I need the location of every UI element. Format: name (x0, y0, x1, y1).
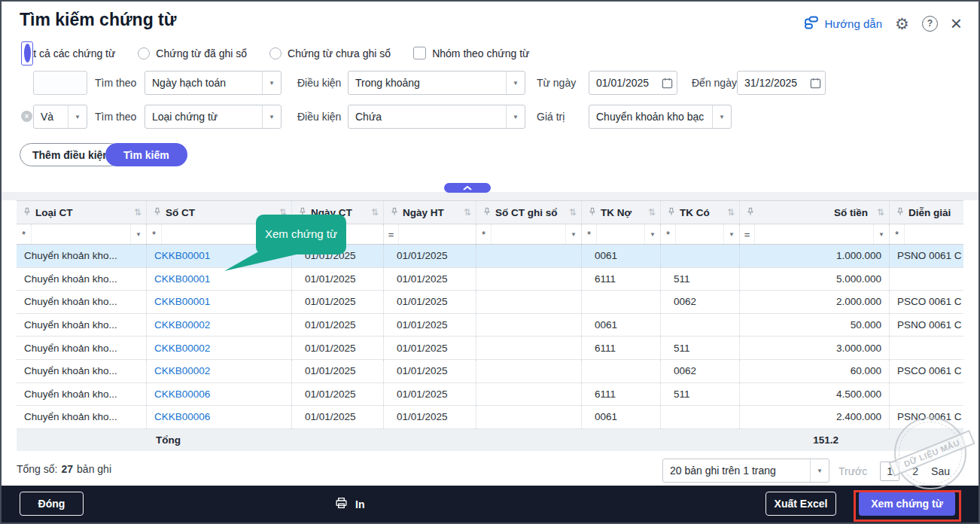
pin-icon[interactable] (668, 207, 675, 218)
radio-posted-documents[interactable]: Chứng từ đã ghi sổ (138, 47, 247, 59)
filter-input[interactable] (491, 224, 565, 244)
view-document-button[interactable]: Xem chứng từ (859, 492, 955, 516)
collapse-panel-button[interactable] (444, 183, 491, 193)
cell-dien-giai: PSNO 0061 C (890, 406, 963, 428)
column-header-3[interactable]: Ngày HT (384, 201, 476, 224)
filter-dropdown-icon[interactable] (873, 224, 889, 244)
cell-so-ct[interactable]: CKKB00001 (147, 291, 292, 313)
pin-icon[interactable] (154, 207, 161, 218)
column-header-8[interactable]: Diễn giải (890, 201, 963, 224)
filter-input[interactable] (675, 224, 723, 244)
table-row[interactable]: Chuyển khoản kho...CKKB0000201/01/202501… (17, 337, 963, 360)
column-filter-8[interactable]: * (890, 224, 963, 244)
search-button[interactable]: Tìm kiếm (105, 143, 187, 166)
cell-dien-giai (890, 268, 963, 291)
filter-dropdown-icon[interactable] (130, 224, 146, 244)
sort-icon[interactable] (569, 207, 577, 218)
filter-input[interactable] (754, 224, 873, 244)
cell-tk-co: 511 (661, 337, 740, 359)
pin-icon[interactable] (391, 207, 398, 218)
radio-unposted-documents[interactable]: Chứng từ chưa ghi sổ (269, 47, 391, 59)
condition-select-1[interactable]: Trong khoảng (348, 71, 525, 95)
sort-icon[interactable] (464, 207, 471, 218)
cell-ngay-ct: 01/01/2025 (292, 337, 384, 359)
filter-input[interactable] (904, 224, 963, 244)
calendar-icon[interactable] (657, 78, 677, 89)
sort-icon[interactable] (371, 207, 379, 218)
column-header-7[interactable]: Số tiền (740, 201, 890, 224)
sort-icon[interactable] (134, 207, 142, 218)
column-header-5[interactable]: TK Nợ (582, 201, 661, 224)
filter-dropdown-icon[interactable] (565, 224, 581, 244)
page-size-select[interactable]: 20 bản ghi trên 1 trang (662, 458, 829, 483)
filter-dropdown-icon[interactable] (723, 224, 739, 244)
field-select-2[interactable]: Loại chứng từ (145, 105, 282, 129)
column-header-0[interactable]: Loại CT (17, 201, 147, 224)
cell-ngay-ht: 01/01/2025 (384, 314, 476, 337)
column-filter-7[interactable]: = (740, 224, 890, 244)
cell-loai-ct: Chuyển khoản kho... (17, 383, 147, 406)
guide-icon (804, 15, 819, 32)
column-header-6[interactable]: TK Có (661, 201, 740, 224)
cell-so-ct[interactable]: CKKB00002 (147, 360, 292, 382)
close-button[interactable]: Đóng (20, 492, 84, 516)
column-filter-6[interactable]: * (661, 224, 740, 244)
cell-so-ct[interactable]: CKKB00002 (147, 337, 292, 359)
radio-all-documents[interactable]: Tất cả các chứng từ (21, 47, 115, 59)
sort-icon[interactable] (648, 207, 656, 218)
table-row[interactable]: Chuyển khoản kho...CKKB0000101/01/202501… (17, 291, 963, 314)
table-row[interactable]: Chuyển khoản kho...CKKB0000601/01/202501… (17, 383, 963, 407)
checkbox-group-by-document[interactable]: Nhóm theo chứng từ (413, 47, 529, 59)
cell-so-ct[interactable]: CKKB00006 (147, 406, 292, 428)
logic-select[interactable]: Và (33, 105, 87, 129)
gear-icon[interactable]: ⚙ (895, 16, 909, 32)
from-date-input[interactable]: 01/01/2025 (589, 71, 677, 95)
pagination-page-2[interactable]: 2 (912, 465, 918, 477)
column-filter-4[interactable]: * (476, 224, 582, 244)
search-by-label-1: Tìm theo (95, 71, 136, 95)
filter-input[interactable] (596, 224, 644, 244)
cell-so-ct-ghi-so (476, 406, 582, 428)
filter-input[interactable] (398, 224, 476, 244)
table-row[interactable]: Chuyển khoản kho...CKKB0000201/01/202501… (17, 360, 963, 383)
column-header-4[interactable]: Số CT ghi sổ (476, 201, 582, 224)
column-filter-0[interactable]: * (17, 224, 147, 244)
pin-icon[interactable] (747, 207, 754, 218)
cell-ngay-ht: 01/01/2025 (384, 360, 476, 382)
pin-icon[interactable] (589, 207, 596, 218)
cell-so-ct[interactable]: CKKB00002 (147, 314, 292, 337)
cell-so-ct[interactable]: CKKB00001 (147, 268, 292, 291)
value-select[interactable]: Chuyển khoản kho bạc (589, 105, 732, 129)
guide-link[interactable]: Hướng dẫn (804, 15, 882, 32)
sort-icon[interactable] (727, 207, 735, 218)
print-button[interactable]: In (334, 486, 364, 522)
remove-condition-icon[interactable] (21, 111, 32, 122)
search-documents-dialog: Tìm kiếm chứng từ Hướng dẫn ⚙ Tất cả các… (0, 0, 980, 524)
sort-icon[interactable] (877, 207, 884, 218)
pin-icon[interactable] (483, 207, 491, 218)
field-select-1[interactable]: Ngày hạch toán (145, 71, 282, 95)
pin-icon[interactable] (896, 207, 904, 218)
column-filter-3[interactable]: = (384, 224, 476, 244)
table-row[interactable]: Chuyển khoản kho...CKKB0000601/01/202501… (17, 406, 963, 429)
table-row[interactable]: Chuyển khoản kho...CKKB0000101/01/202501… (17, 245, 963, 268)
pin-icon[interactable] (23, 207, 31, 218)
calendar-icon[interactable] (805, 78, 825, 89)
chevron-down-icon (712, 105, 731, 128)
radio-selected-icon (21, 41, 33, 66)
condition-select-2[interactable]: Chứa (348, 105, 525, 129)
export-excel-button[interactable]: Xuất Excel (765, 492, 836, 516)
to-date-input[interactable]: 31/12/2025 (737, 71, 826, 95)
column-filter-5[interactable]: * (582, 224, 661, 244)
table-row[interactable]: Chuyển khoản kho...CKKB0000101/01/202501… (17, 268, 963, 291)
pagination-next[interactable]: Sau (931, 465, 950, 477)
filter-input[interactable] (31, 224, 130, 244)
cell-so-ct[interactable]: CKKB00006 (147, 383, 292, 406)
pagination-page-1[interactable]: 1 (880, 462, 899, 481)
table-row[interactable]: Chuyển khoản kho...CKKB0000201/01/202501… (17, 314, 963, 337)
close-icon[interactable] (951, 14, 962, 33)
pagination-prev[interactable]: Trước (838, 465, 867, 477)
chevron-down-icon (68, 105, 87, 128)
filter-dropdown-icon[interactable] (644, 224, 660, 244)
help-icon[interactable] (922, 16, 938, 32)
